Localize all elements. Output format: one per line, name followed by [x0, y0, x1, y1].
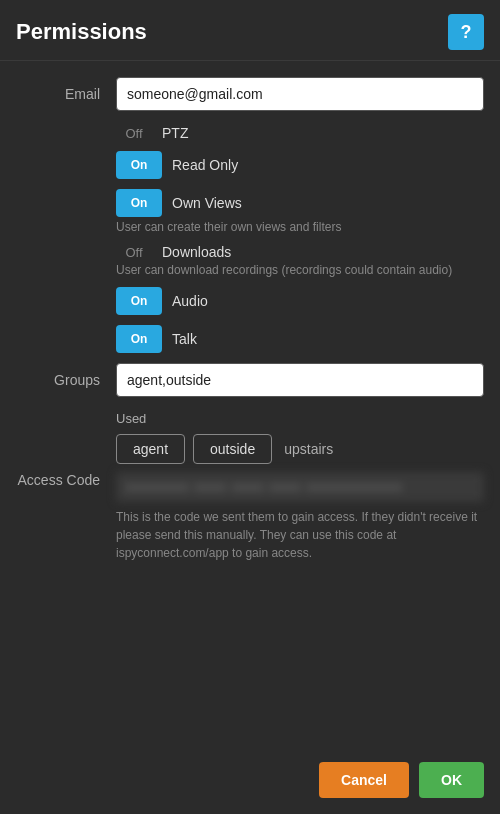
ptz-label: PTZ: [162, 125, 188, 141]
ptz-state: Off: [116, 126, 152, 141]
read-only-toggle[interactable]: On: [116, 151, 162, 179]
page-title: Permissions: [16, 19, 147, 45]
access-code-row: Access Code xxxxxxxx xxxx xxxx xxxx xxxx…: [16, 472, 484, 502]
cancel-button[interactable]: Cancel: [319, 762, 409, 798]
downloads-inner: Off Downloads: [116, 244, 484, 260]
group-tag-outside[interactable]: outside: [193, 434, 272, 464]
talk-toggle[interactable]: On: [116, 325, 162, 353]
own-views-toggle[interactable]: On: [116, 189, 162, 217]
own-views-inner: On Own Views: [116, 189, 484, 217]
footer: Cancel OK: [303, 746, 500, 814]
audio-row: On Audio: [116, 287, 484, 315]
downloads-row: Off Downloads User can download recordin…: [116, 244, 484, 277]
read-only-label: Read Only: [172, 157, 238, 173]
email-row: Email: [16, 77, 484, 111]
audio-toggle[interactable]: On: [116, 287, 162, 315]
groups-section: Used agent outside upstairs: [16, 411, 484, 464]
own-views-description: User can create their own views and filt…: [116, 220, 484, 234]
downloads-state: Off: [116, 245, 152, 260]
group-tag-upstairs: upstairs: [280, 435, 337, 463]
access-code-section: Access Code xxxxxxxx xxxx xxxx xxxx xxxx…: [16, 472, 484, 562]
group-tag-agent[interactable]: agent: [116, 434, 185, 464]
read-only-row: On Read Only: [116, 151, 484, 179]
audio-label: Audio: [172, 293, 208, 309]
email-field[interactable]: [116, 77, 484, 111]
ptz-row: Off PTZ: [116, 125, 484, 141]
downloads-description: User can download recordings (recordings…: [116, 263, 484, 277]
downloads-label: Downloads: [162, 244, 231, 260]
own-views-label: Own Views: [172, 195, 242, 211]
groups-row: Groups: [16, 363, 484, 397]
ok-button[interactable]: OK: [419, 762, 484, 798]
talk-label: Talk: [172, 331, 197, 347]
content: Email Off PTZ On Read Only On Own Views …: [0, 61, 500, 642]
access-code-label: Access Code: [16, 472, 116, 488]
email-label: Email: [16, 86, 116, 102]
access-code-description: This is the code we sent them to gain ac…: [16, 508, 484, 562]
group-tags: agent outside upstairs: [116, 434, 484, 464]
help-button[interactable]: ?: [448, 14, 484, 50]
header: Permissions ?: [0, 0, 500, 61]
own-views-row: On Own Views User can create their own v…: [116, 189, 484, 234]
permissions-section: Off PTZ On Read Only On Own Views User c…: [16, 125, 484, 353]
groups-input[interactable]: [116, 363, 484, 397]
groups-label: Groups: [16, 372, 116, 388]
talk-row: On Talk: [116, 325, 484, 353]
access-code-value: xxxxxxxx xxxx xxxx xxxx xxxxxxxxxxxx: [116, 472, 484, 502]
used-label: Used: [116, 411, 484, 426]
